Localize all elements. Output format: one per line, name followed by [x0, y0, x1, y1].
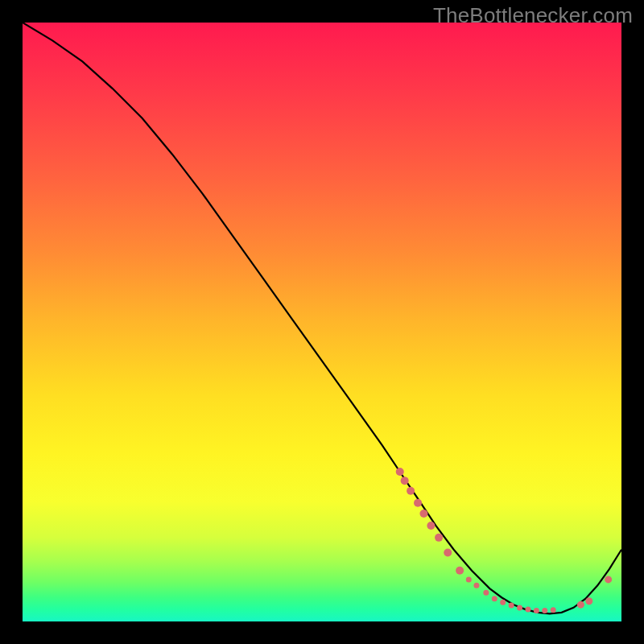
plot-area [23, 23, 621, 621]
highlight-dot [517, 605, 522, 610]
highlight-dot [551, 607, 556, 613]
highlight-dot [525, 607, 530, 613]
highlight-dot [585, 597, 592, 605]
highlight-dot [456, 567, 464, 575]
highlight-dot [542, 608, 547, 613]
highlight-dot [419, 510, 427, 518]
highlight-dot [473, 583, 479, 588]
highlight-dot [509, 602, 514, 608]
highlight-dot [466, 576, 472, 582]
highlight-dot [605, 576, 612, 583]
highlight-dot [396, 468, 404, 476]
highlight-dot [435, 534, 443, 542]
highlight-dot [444, 548, 452, 556]
highlight-dot [407, 487, 415, 495]
chart-frame: TheBottlenecker.com [0, 0, 644, 644]
highlight-dot [500, 600, 506, 605]
highlight-dot [483, 590, 489, 596]
highlight-dot [414, 499, 422, 507]
highlight-dot [577, 601, 584, 609]
highlight-dot [492, 596, 497, 601]
chart-svg [23, 23, 621, 621]
gradient-background [23, 23, 621, 621]
highlight-dot [401, 477, 409, 485]
watermark-text: TheBottlenecker.com [433, 3, 633, 28]
highlight-dot [534, 608, 539, 613]
highlight-dot [427, 522, 435, 530]
